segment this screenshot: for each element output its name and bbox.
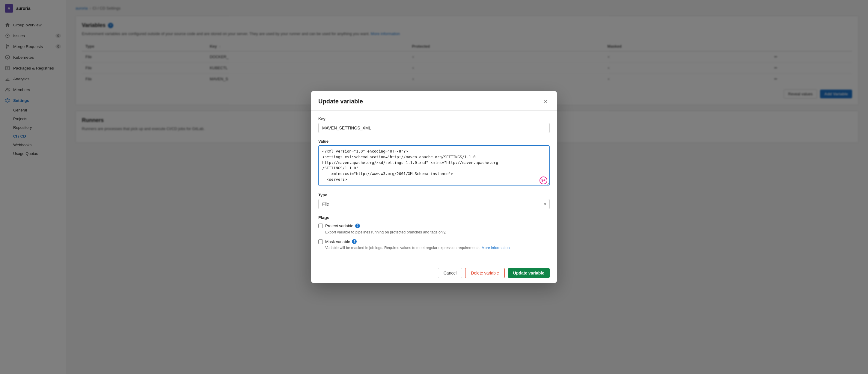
value-group: Value <?xml version="1.0" encoding="UTF-… [318,139,550,187]
mask-more-info-link[interactable]: More information [482,246,510,250]
value-label: Value [318,139,550,144]
flags-title: Flags [318,215,550,220]
key-input[interactable] [318,123,550,133]
type-label: Type [318,193,550,197]
modal-footer: Cancel Delete variable Update variable [311,263,557,283]
value-area-wrap: <?xml version="1.0" encoding="UTF-8"?> <… [318,145,550,187]
modal-title: Update variable [318,98,363,105]
modal-header: Update variable × [311,91,557,111]
type-group: Type Variable File [318,193,550,209]
protect-checkbox[interactable] [318,224,323,228]
protect-flag-row: Protect variable ? [318,224,550,228]
protect-help-icon[interactable]: ? [355,224,360,228]
mask-flag-item: Mask variable ? Variable will be masked … [318,239,550,251]
lines-badge: 9+ [539,177,547,184]
key-label: Key [318,117,550,121]
protect-flag-item: Protect variable ? Export variable to pi… [318,224,550,235]
modal-overlay: Update variable × Key Value <?xml versio… [0,0,868,374]
cancel-button[interactable]: Cancel [438,268,463,278]
update-variable-button[interactable]: Update variable [508,268,550,278]
modal-close-button[interactable]: × [541,97,550,105]
flags-section: Flags Protect variable ? Export variable… [318,215,550,251]
key-group: Key [318,117,550,133]
update-variable-modal: Update variable × Key Value <?xml versio… [311,91,557,283]
mask-checkbox[interactable] [318,240,323,244]
protect-label: Protect variable ? [325,224,360,228]
delete-variable-button[interactable]: Delete variable [465,268,504,278]
modal-body: Key Value <?xml version="1.0" encoding="… [311,111,557,263]
protect-desc: Export variable to pipelines running on … [318,229,550,235]
type-select[interactable]: Variable File [318,199,550,209]
mask-label: Mask variable ? [325,239,357,244]
value-textarea[interactable]: <?xml version="1.0" encoding="UTF-8"?> <… [318,145,550,186]
mask-flag-row: Mask variable ? [318,239,550,244]
mask-desc: Variable will be masked in job logs. Req… [318,245,550,251]
mask-help-icon[interactable]: ? [352,239,357,244]
type-select-wrap: Variable File [318,199,550,209]
